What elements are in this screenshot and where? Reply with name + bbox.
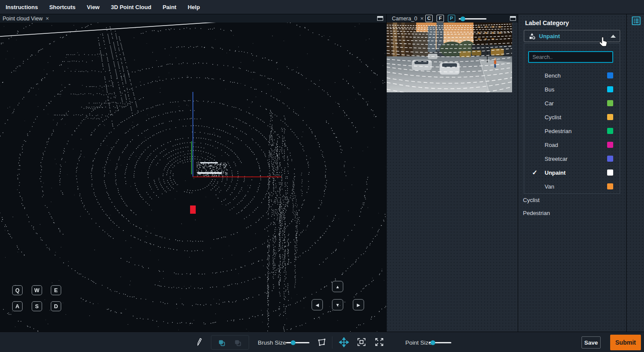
camera-toggle-p[interactable]: P — [448, 15, 455, 22]
camera-toggle-f[interactable]: F — [437, 15, 444, 22]
panel-divider — [386, 14, 387, 332]
category-label: Unpaint — [545, 169, 565, 176]
copy-icon — [217, 339, 226, 347]
category-label: Cyclist — [545, 114, 561, 121]
category-label: Pedestrian — [545, 128, 572, 134]
camera-image — [387, 23, 512, 92]
paste-icon — [233, 339, 242, 347]
brush-size-slider[interactable] — [286, 340, 309, 345]
key-button-w[interactable]: W — [32, 285, 42, 295]
tab-camera-0[interactable]: Camera_0× — [392, 15, 424, 22]
category-label: Bench — [545, 72, 561, 79]
category-row-pedestrian[interactable]: Pedestrian — [524, 124, 620, 138]
toolbar-divider — [332, 336, 332, 349]
point-cloud-viewport: Q W E A S D ▲ ◀ ▼ ▶ — [0, 23, 386, 332]
menu-view[interactable]: View — [87, 4, 99, 10]
color-swatch — [607, 100, 613, 106]
selected-category-label: Unpaint — [539, 33, 560, 39]
brush-tool-button[interactable] — [194, 336, 205, 348]
key-button-d[interactable]: D — [51, 301, 61, 311]
close-icon[interactable]: × — [46, 15, 49, 22]
app-root: Instructions Shortcuts View 3D Point Clo… — [0, 0, 644, 352]
color-swatch — [607, 169, 613, 176]
label-instance-cyclist[interactable]: Cyclist — [523, 197, 539, 203]
polygon-icon — [317, 337, 327, 347]
pan-left-button[interactable]: ◀ — [312, 299, 323, 310]
save-button[interactable]: Save — [582, 336, 601, 349]
shapes-icon — [528, 33, 536, 40]
category-row-unpaint[interactable]: ✓Unpaint — [524, 166, 620, 179]
category-row-road[interactable]: Road — [524, 138, 620, 152]
slider-thumb[interactable] — [460, 16, 465, 21]
camera-view[interactable] — [387, 23, 512, 92]
pan-right-button[interactable]: ▶ — [353, 299, 364, 310]
submit-button[interactable]: Submit — [610, 335, 641, 350]
color-swatch — [607, 128, 613, 134]
camera-opacity-slider[interactable] — [459, 16, 486, 21]
maximize-icon[interactable] — [377, 16, 383, 21]
menu-3d-point-cloud[interactable]: 3D Point Cloud — [111, 4, 151, 10]
menubar: Instructions Shortcuts View 3D Point Clo… — [0, 0, 644, 14]
panel-divider — [518, 14, 518, 332]
brush-size-label: Brush Size — [258, 339, 286, 346]
close-icon[interactable]: × — [420, 15, 424, 22]
tab-point-cloud-view[interactable]: Point cloud View× — [3, 15, 49, 22]
label-list-panel-icon[interactable] — [631, 16, 641, 26]
pan-up-button[interactable]: ▲ — [332, 281, 343, 292]
frame-icon — [357, 337, 366, 347]
maximize-icon[interactable] — [510, 16, 516, 21]
key-button-q[interactable]: Q — [12, 285, 23, 295]
category-label: Road — [545, 142, 558, 148]
frame-fit-button[interactable] — [356, 336, 367, 348]
category-row-van[interactable]: Van — [524, 179, 620, 193]
category-label: Bus — [545, 86, 554, 93]
paste-labels-button[interactable] — [232, 337, 243, 349]
chevron-up-icon — [611, 35, 616, 38]
copy-labels-button[interactable] — [216, 337, 227, 349]
pen-icon — [195, 337, 204, 347]
point-size-label: Point Size — [405, 339, 432, 346]
key-button-s[interactable]: S — [32, 301, 42, 311]
key-button-e[interactable]: E — [51, 285, 61, 295]
menu-shortcuts[interactable]: Shortcuts — [49, 4, 76, 10]
label-instance-pedestrian[interactable]: Pedestrian — [523, 210, 550, 216]
color-swatch — [607, 72, 613, 78]
menu-paint[interactable]: Paint — [163, 4, 177, 10]
category-row-bus[interactable]: Bus — [524, 82, 620, 96]
category-dropdown[interactable]: Unpaint — [524, 30, 620, 42]
category-label: Car — [545, 100, 554, 107]
menu-help[interactable]: Help — [187, 4, 200, 10]
move-tool-button[interactable] — [338, 336, 349, 348]
slider-track — [286, 342, 309, 343]
category-dropdown-panel: Bench Bus Car Cyclist Pedestrian Road St… — [524, 43, 620, 194]
color-swatch — [607, 183, 613, 189]
color-swatch — [607, 114, 613, 120]
tab-point-cloud-label: Point cloud View — [3, 16, 43, 22]
category-row-streetcar[interactable]: Streetcar — [524, 152, 620, 166]
polygon-tool-button[interactable] — [316, 336, 327, 348]
label-category-title: Label Category — [525, 20, 569, 26]
key-button-a[interactable]: A — [12, 301, 23, 311]
tab-band: Point cloud View× Camera_0× C F P — [0, 14, 518, 23]
panel-divider — [626, 14, 627, 332]
bottom-toolbar: Brush Size — [0, 332, 644, 352]
pan-down-button[interactable]: ▼ — [332, 299, 343, 310]
search-input[interactable] — [528, 51, 613, 63]
slider-thumb[interactable] — [430, 340, 435, 345]
color-swatch — [607, 156, 613, 162]
camera-toggle-c[interactable]: C — [425, 15, 433, 22]
tab-camera-label: Camera_0 — [392, 16, 417, 22]
category-label: Van — [545, 183, 554, 190]
expand-icon — [375, 337, 384, 347]
color-swatch — [607, 142, 613, 148]
slider-thumb[interactable] — [291, 340, 296, 345]
color-swatch — [607, 86, 613, 92]
category-row-cyclist[interactable]: Cyclist — [524, 110, 620, 124]
category-label: Streetcar — [545, 156, 568, 162]
point-size-slider[interactable] — [429, 340, 451, 345]
expand-view-button[interactable] — [374, 336, 385, 348]
category-row-car[interactable]: Car — [524, 96, 620, 110]
category-row-bench[interactable]: Bench — [524, 68, 620, 82]
menu-instructions[interactable]: Instructions — [6, 4, 38, 10]
move-icon — [339, 337, 349, 347]
